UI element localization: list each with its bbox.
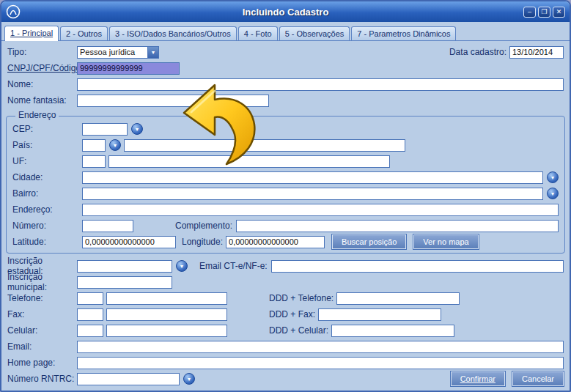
- cancelar-button[interactable]: Cancelar: [512, 371, 564, 386]
- fax-prefix-input[interactable]: [77, 308, 103, 321]
- row-nome-fantasia: Nome fantasia:: [1, 92, 570, 108]
- tipo-label: Tipo:: [7, 47, 77, 57]
- telefone-input[interactable]: [106, 292, 227, 305]
- uf-name-input[interactable]: [108, 155, 390, 168]
- row-cidade: Cidade: ▼: [7, 169, 564, 185]
- home-page-input[interactable]: [77, 357, 564, 369]
- pais-code-input[interactable]: [82, 139, 106, 152]
- complemento-input[interactable]: [236, 220, 559, 232]
- inscricao-municipal-label: Inscrição municipal:: [7, 272, 77, 292]
- cidade-label: Cidade:: [12, 172, 82, 182]
- row-inscricao-municipal: Inscrição municipal:: [1, 274, 570, 290]
- cep-input[interactable]: [82, 123, 128, 136]
- numero-label: Número:: [12, 221, 82, 231]
- data-cadastro-input[interactable]: [509, 46, 564, 59]
- inscricao-estadual-lookup-button[interactable]: ▼: [176, 260, 188, 272]
- row-telefone: Telefone: DDD + Telefone:: [1, 290, 570, 306]
- longitude-input[interactable]: [226, 236, 325, 248]
- ver-no-mapa-button[interactable]: Ver no mapa: [413, 234, 478, 249]
- titlebar: Incluindo Cadastro – ❐ ✕: [1, 1, 570, 22]
- numero-input[interactable]: [82, 220, 133, 232]
- row-uf: UF:: [7, 153, 564, 169]
- telefone-prefix-input[interactable]: [77, 292, 103, 305]
- telefone-label: Telefone:: [7, 293, 77, 303]
- email-cte-input[interactable]: [271, 260, 564, 273]
- tipo-select[interactable]: Pessoa jurídica ▼: [77, 46, 159, 59]
- ddd-telefone-input[interactable]: [336, 292, 460, 305]
- row-latitude-longitude: Latitude: Longitude: Buscar posição Ver …: [7, 234, 564, 250]
- confirmar-button[interactable]: Confirmar: [451, 371, 505, 386]
- chevron-down-icon: ▼: [113, 143, 118, 148]
- ddd-celular-label: DDD + Celular:: [269, 325, 328, 336]
- bairro-lookup-button[interactable]: ▼: [547, 188, 559, 199]
- tab-iso-dados-bancarios[interactable]: 3 - ISO/Dados Bancários/Outros: [109, 26, 237, 40]
- pais-label: País:: [12, 140, 82, 150]
- uf-code-input[interactable]: [82, 155, 106, 168]
- nome-label: Nome:: [7, 79, 77, 89]
- rntrc-lookup-button[interactable]: ▼: [183, 373, 195, 385]
- endereco-label: Endereço:: [12, 204, 82, 215]
- tab-parametros-dinamicos[interactable]: 7 - Parametros Dinâmicos: [351, 26, 456, 40]
- endereco-input[interactable]: [82, 204, 559, 216]
- close-button[interactable]: ✕: [553, 7, 565, 18]
- tab-principal[interactable]: 1 - Principal: [4, 26, 59, 41]
- ddd-telefone-label: DDD + Telefone:: [269, 293, 334, 303]
- pais-name-input[interactable]: [124, 139, 405, 152]
- chevron-down-icon: ▼: [135, 127, 140, 132]
- row-email: Email:: [1, 339, 570, 355]
- fax-input[interactable]: [106, 308, 227, 321]
- home-page-label: Home page:: [7, 358, 77, 368]
- window-title: Incluindo Cadastro: [1, 7, 570, 18]
- fax-label: Fax:: [7, 309, 77, 319]
- row-nome: Nome:: [1, 76, 570, 92]
- bairro-input[interactable]: [82, 188, 543, 200]
- cidade-lookup-button[interactable]: ▼: [547, 171, 559, 183]
- celular-input[interactable]: [106, 325, 227, 337]
- nome-input[interactable]: [77, 78, 564, 91]
- tab-foto[interactable]: 4 - Foto: [238, 26, 278, 40]
- row-cep: CEP: ▼: [7, 121, 564, 137]
- tab-content-principal: Tipo: Pessoa jurídica ▼ Data cadastro: C…: [1, 41, 570, 391]
- buscar-posicao-button[interactable]: Buscar posição: [332, 234, 406, 249]
- email-cte-label: Email CT-e/NF-e:: [199, 261, 268, 271]
- data-cadastro-label: Data cadastro:: [449, 47, 506, 57]
- cnpj-label[interactable]: CNPJ/CPF/Código:: [7, 63, 77, 73]
- ddd-fax-input[interactable]: [318, 308, 441, 321]
- nome-fantasia-label: Nome fantasia:: [7, 95, 77, 106]
- chevron-down-icon: ▼: [550, 175, 556, 180]
- celular-prefix-input[interactable]: [77, 325, 103, 337]
- inscricao-estadual-input[interactable]: [77, 260, 172, 273]
- cnpj-input[interactable]: [77, 62, 180, 75]
- row-bairro: Bairro: ▼: [7, 185, 564, 201]
- row-fax: Fax: DDD + Fax:: [1, 306, 570, 322]
- cep-lookup-button[interactable]: ▼: [131, 123, 143, 135]
- maximize-button[interactable]: ❐: [538, 7, 550, 18]
- nome-fantasia-input[interactable]: [77, 95, 269, 107]
- latitude-input[interactable]: [82, 236, 176, 248]
- ddd-celular-input[interactable]: [331, 325, 454, 337]
- celular-label: Celular:: [7, 325, 77, 336]
- pais-lookup-button[interactable]: ▼: [109, 139, 121, 151]
- row-celular: Celular: DDD + Celular:: [1, 322, 570, 339]
- bairro-label: Bairro:: [12, 188, 82, 199]
- rntrc-input[interactable]: [77, 373, 180, 385]
- ddd-fax-label: DDD + Fax:: [269, 309, 315, 319]
- longitude-label: Longitude:: [182, 237, 223, 247]
- window-controls: – ❐ ✕: [523, 7, 565, 18]
- chevron-down-icon: ▼: [180, 264, 185, 269]
- tab-bar: 1 - Principal 2 - Outros 3 - ISO/Dados B…: [1, 22, 570, 41]
- inscricao-municipal-input[interactable]: [77, 276, 172, 289]
- tab-observacoes[interactable]: 5 - Observações: [279, 26, 350, 40]
- row-rntrc-actions: Número RNTRC: ▼ Confirmar Cancelar: [1, 371, 570, 387]
- minimize-button[interactable]: –: [523, 7, 536, 18]
- complemento-label: Complemento:: [175, 221, 232, 231]
- cidade-input[interactable]: [82, 171, 543, 184]
- row-inscricao-estadual: Inscrição estadual: ▼ Email CT-e/NF-e:: [1, 258, 570, 274]
- chevron-down-icon: ▼: [187, 377, 192, 382]
- latitude-label: Latitude:: [12, 237, 82, 247]
- chevron-down-icon[interactable]: ▼: [147, 47, 158, 58]
- uf-label: UF:: [12, 156, 82, 166]
- email-input[interactable]: [77, 341, 564, 353]
- tab-outros[interactable]: 2 - Outros: [60, 26, 108, 40]
- endereco-group: Endereço CEP: ▼ País: ▼ UF: Cidade: ▼: [6, 116, 565, 254]
